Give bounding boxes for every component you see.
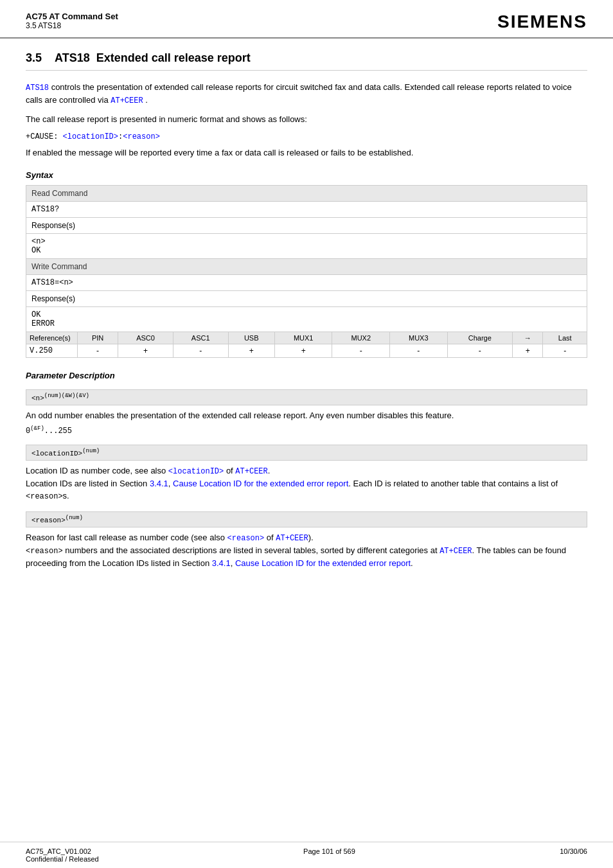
atceer-link2[interactable]: AT+CEER: [235, 467, 267, 476]
param-n-id: <n>: [31, 394, 44, 402]
para1-end: .: [145, 95, 148, 105]
param-desc-heading: Parameter Description: [26, 371, 587, 380]
footer: AC75_ATC_V01.002 Confidential / Released…: [0, 842, 613, 868]
footer-doc-id: AC75_ATC_V01.002: [26, 847, 99, 855]
section-command: ATS18: [55, 51, 90, 64]
read-command-value: ATS18?: [26, 202, 587, 218]
footer-left: AC75_ATC_V01.002 Confidential / Released: [26, 847, 99, 863]
write-resp-error: ERROR: [31, 319, 55, 328]
code-line: +CAUSE: <locationID>:<reason>: [26, 132, 587, 141]
atceer-link3[interactable]: AT+CEER: [276, 534, 308, 543]
section-number: 3.5: [26, 51, 42, 65]
param-n-range: 0(&F)...255: [26, 425, 587, 436]
header-subtitle: 3.5 ATS18: [26, 21, 118, 30]
read-command-row: ATS18?: [26, 202, 587, 218]
para3: If enabled the message will be reported …: [26, 146, 587, 159]
write-response-row: OK ERROR: [26, 307, 587, 332]
cause-location-link1[interactable]: Cause Location ID for the extended error…: [173, 479, 348, 488]
ref-col-pin: PIN: [78, 332, 118, 344]
footer-status: Confidential / Released: [26, 855, 99, 863]
read-response-values: <n> OK: [26, 234, 587, 259]
ref-col-last: Last: [543, 332, 587, 344]
ref-val-asc0: +: [118, 344, 173, 358]
param-reason-id: <reason>: [31, 517, 66, 524]
ref-col-mux2: MUX2: [332, 332, 390, 344]
ref-col-mux1: MUX1: [274, 332, 332, 344]
ref-val-charge: -: [447, 344, 512, 358]
ref-val-last: -: [543, 344, 587, 358]
ref-val-mux3: -: [390, 344, 448, 358]
footer-page: Page 101 of 569: [303, 847, 355, 855]
param-locationid-id: <locationID>: [31, 450, 82, 457]
write-response-label-row: Response(s): [26, 291, 587, 307]
read-resp-ok: OK: [31, 246, 40, 255]
ref-value-row: V.250 - + - + + - - - + -: [26, 344, 587, 358]
reason-code: <reason>: [26, 492, 63, 501]
header-logo: SIEMENS: [497, 12, 587, 32]
ref-col-asc1: ASC1: [173, 332, 228, 344]
write-command-value: ATS18=<n>: [26, 275, 587, 291]
reason-link[interactable]: <reason>: [123, 132, 160, 141]
param-n-desc: An odd number enables the presentation o…: [26, 409, 587, 422]
read-response-row: <n> OK: [26, 234, 587, 259]
read-response-label-row: Response(s): [26, 218, 587, 234]
param-reason-box: <reason>(num): [26, 511, 587, 527]
header-title: AC75 AT Command Set: [26, 12, 118, 21]
ref-col-usb: USB: [228, 332, 274, 344]
footer-right: 10/30/06: [560, 847, 587, 863]
ref-col-mux3: MUX3: [390, 332, 448, 344]
read-response-label: Response(s): [26, 218, 587, 234]
locationid-link[interactable]: <locationID>: [168, 467, 224, 476]
write-response-label: Response(s): [26, 291, 587, 307]
para2: The call release report is presented in …: [26, 113, 587, 126]
syntax-heading: Syntax: [26, 170, 587, 180]
write-command-row: ATS18=<n>: [26, 275, 587, 291]
write-command-label: Write Command: [26, 259, 587, 275]
ref-val-arrow: +: [513, 344, 543, 358]
footer-center: Page 101 of 569: [303, 847, 355, 863]
header-left: AC75 AT Command Set 3.5 ATS18: [26, 12, 118, 30]
read-command-header-row: Read Command: [26, 186, 587, 202]
read-command-label: Read Command: [26, 186, 587, 202]
write-command-header-row: Write Command: [26, 259, 587, 275]
param-n-box: <n>(num)(&W)(&V): [26, 389, 587, 405]
ref-header-row: Reference(s) PIN ASC0 ASC1 USB MUX1 MUX2…: [26, 332, 587, 344]
param-n-sup: (num)(&W)(&V): [44, 393, 89, 399]
param-locationid-desc: Location ID as number code, see also <lo…: [26, 465, 587, 503]
section341-link2[interactable]: 3.4.1: [212, 558, 231, 568]
section-desc: Extended call release report: [96, 51, 251, 64]
para1: ATS18 controls the presentation of exten…: [26, 81, 587, 107]
write-resp-ok: OK: [31, 310, 40, 319]
read-resp-n: <n>: [31, 237, 46, 246]
location-id-link[interactable]: <locationID>: [63, 132, 118, 141]
reason-link2[interactable]: <reason>: [227, 534, 265, 543]
param-locationid-box: <locationID>(num): [26, 445, 587, 461]
cause-location-link2[interactable]: Cause Location ID for the extended error…: [235, 558, 411, 568]
ref-header-label: Reference(s): [26, 332, 78, 344]
ats18-link1[interactable]: ATS18: [26, 84, 49, 93]
ref-val-asc1: -: [173, 344, 228, 358]
page-wrapper: AC75 AT Command Set 3.5 ATS18 SIEMENS 3.…: [0, 0, 613, 868]
para1-text: controls the presentation of extended ca…: [26, 82, 572, 105]
ref-col-arrow: →: [513, 332, 543, 344]
section-heading: 3.5 ATS18 Extended call release report: [26, 51, 587, 71]
atceer-link4[interactable]: AT+CEER: [440, 547, 472, 556]
section-title: ATS18 Extended call release report: [55, 51, 251, 65]
atceer-link1[interactable]: AT+CEER: [111, 96, 143, 105]
code-prefix: +CAUSE:: [26, 132, 63, 141]
reason-code2: <reason>: [26, 547, 63, 556]
write-response-values: OK ERROR: [26, 307, 587, 332]
ref-v250: V.250: [26, 344, 78, 358]
ref-col-asc0: ASC0: [118, 332, 173, 344]
ref-val-usb: +: [228, 344, 274, 358]
content: 3.5 ATS18 Extended call release report A…: [0, 39, 613, 612]
param-reason-sup: (num): [66, 515, 83, 521]
section341-link1[interactable]: 3.4.1: [150, 479, 168, 488]
ref-val-mux2: -: [332, 344, 390, 358]
param-locationid-sup: (num): [82, 448, 100, 454]
ref-val-mux1: +: [274, 344, 332, 358]
param-reason-desc: Reason for last call release as number c…: [26, 531, 587, 570]
syntax-table: Read Command ATS18? Response(s) <n> OK W…: [26, 185, 587, 358]
param-n-range-sup: (&F): [30, 425, 44, 432]
footer-date: 10/30/06: [560, 847, 587, 855]
